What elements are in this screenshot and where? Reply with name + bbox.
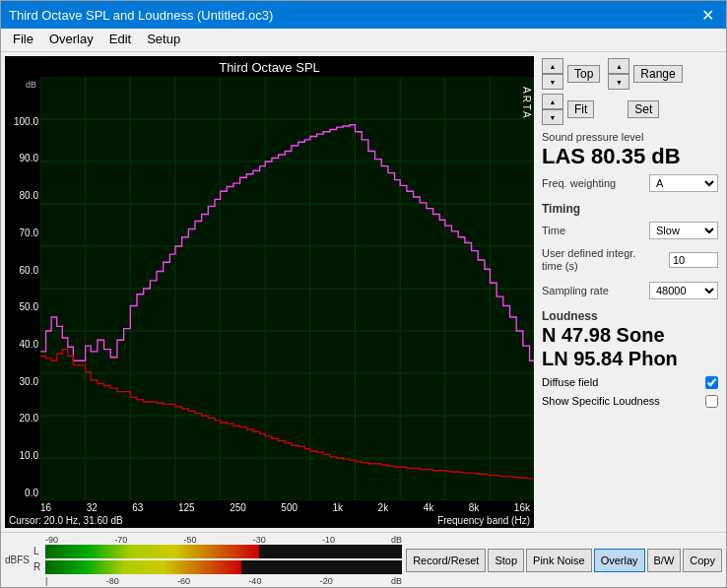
bottom-buttons: Record/Reset Stop Pink Noise Overlay B/W… [406, 549, 722, 572]
sampling-rate-row: Sampling rate 44100 48000 96000 [542, 282, 718, 299]
diffuse-field-checkbox[interactable] [705, 376, 718, 389]
spl-section-label: Sound pressure level [542, 131, 718, 143]
close-button[interactable]: ✕ [697, 6, 718, 25]
x-label-2k: 2k [378, 502, 389, 513]
range-up-button[interactable] [608, 58, 629, 74]
chart-canvas-wrapper: dB 100.0 90.0 80.0 70.0 60.0 50.0 40.0 3… [5, 77, 534, 500]
cursor-text: Cursor: 20.0 Hz, 31.60 dB [9, 515, 123, 526]
chart-title: Third Octave SPL [5, 56, 534, 77]
x-axis-area: 16 32 63 125 250 500 1k 2k 4k 8k 16k Cur… [5, 500, 534, 528]
overlay-button[interactable]: Overlay [594, 549, 645, 572]
meter-section: -90 -70 -50 -30 -10 dB L R | [33, 535, 402, 586]
meter-bar-R [45, 560, 402, 574]
pink-noise-button[interactable]: Pink Noise [526, 549, 592, 572]
arta-label: ARTA [521, 87, 532, 120]
main-window: Third Octave SPL and Loudness (Untitled.… [0, 0, 727, 588]
x-label-32: 32 [87, 502, 98, 513]
fit-button[interactable]: Fit [567, 100, 594, 118]
menu-setup[interactable]: Setup [139, 31, 188, 49]
spl-section: Sound pressure level LAS 80.35 dB [542, 131, 718, 168]
db-label-bottom: dB [391, 576, 402, 586]
meter-tick-labels-top: -90 -70 -50 -30 -10 dB [33, 535, 402, 545]
menu-file[interactable]: File [5, 31, 41, 49]
sampling-rate-select[interactable]: 44100 48000 96000 [649, 282, 718, 299]
diffuse-field-label: Diffuse field [542, 376, 598, 388]
x-axis-label: Frequency band (Hz) [437, 515, 530, 526]
y-label-60: 60.0 [9, 265, 38, 276]
y-label-10: 10.0 [9, 450, 38, 461]
fit-down-button[interactable] [542, 109, 563, 125]
loudness-ln-value: LN 95.84 Phon [542, 347, 718, 370]
top-down-button[interactable] [542, 74, 563, 90]
bottom-bar: dBFS -90 -70 -50 -30 -10 dB L R [1, 532, 726, 587]
right-panel: Top Range Fit [534, 52, 726, 532]
range-down-button[interactable] [608, 74, 629, 90]
time-select[interactable]: Slow Fast Impulse [649, 222, 718, 239]
chart-area: Third Octave SPL dB 100.0 90.0 80.0 70.0… [5, 56, 534, 528]
menu-overlay[interactable]: Overlay [41, 31, 101, 49]
y-label-70: 70.0 [9, 228, 38, 238]
timing-header: Timing [542, 202, 718, 216]
x-label-63: 63 [132, 502, 143, 513]
nav-top-group: Top Range Fit [542, 58, 683, 125]
show-specific-label: Show Specific Loudness [542, 395, 660, 407]
chart-grid: ARTA [40, 77, 534, 500]
time-label: Time [542, 225, 565, 236]
y-axis-labels: dB 100.0 90.0 80.0 70.0 60.0 50.0 40.0 3… [5, 77, 40, 500]
meter-fill-R [45, 560, 241, 574]
meter-tick-labels-bottom: | -80 -60 -40 -20 dB [33, 576, 402, 586]
nav-controls: Top Range Fit [542, 58, 718, 125]
time-row: Time Slow Fast Impulse [542, 222, 718, 239]
freq-weighting-row: Freq. weighting A B C Z [542, 174, 718, 192]
y-label-30: 30.0 [9, 376, 38, 387]
db-label-top: dB [391, 535, 402, 545]
copy-button[interactable]: Copy [683, 549, 722, 572]
dbfs-label: dBFS [5, 555, 30, 565]
top-up-button[interactable] [542, 58, 563, 74]
loudness-header: Loudness [542, 309, 718, 323]
y-label-0: dB [9, 79, 38, 90]
y-label-80: 80.0 [9, 190, 38, 201]
x-label-4k: 4k [424, 502, 434, 513]
bw-button[interactable]: B/W [647, 549, 682, 572]
sampling-rate-label: Sampling rate [542, 285, 609, 296]
x-label-500: 500 [281, 502, 297, 513]
set-button[interactable]: Set [628, 100, 659, 118]
fit-up-button[interactable] [542, 94, 563, 109]
top-arrows [542, 58, 563, 90]
top-button[interactable]: Top [567, 65, 600, 83]
x-label-250: 250 [230, 502, 246, 513]
loudness-section: Loudness N 47.98 Sone LN 95.84 Phon [542, 307, 718, 370]
range-button[interactable]: Range [633, 65, 682, 83]
title-bar: Third Octave SPL and Loudness (Untitled.… [1, 1, 726, 29]
window-title: Third Octave SPL and Loudness (Untitled.… [9, 8, 273, 23]
stop-button[interactable]: Stop [488, 549, 524, 572]
fit-arrows [542, 94, 563, 125]
chart-svg [40, 77, 534, 500]
y-label-90: 90.0 [9, 153, 38, 163]
meter-fill-L [45, 545, 259, 558]
record-reset-button[interactable]: Record/Reset [406, 549, 486, 572]
freq-weighting-select[interactable]: A B C Z [649, 174, 718, 192]
x-axis-labels: 16 32 63 125 250 500 1k 2k 4k 8k 16k [5, 500, 534, 513]
y-label-20: 20.0 [9, 413, 38, 424]
meter-bar-L [45, 545, 402, 558]
show-specific-checkbox[interactable] [705, 395, 718, 408]
meter-row-R: R [33, 560, 402, 574]
menu-bar: File Overlay Edit Setup [1, 29, 726, 52]
x-label-8k: 8k [469, 502, 480, 513]
nav-fit-row: Fit Set [542, 94, 683, 125]
user-integ-input[interactable] [669, 252, 718, 268]
range-arrows [608, 58, 629, 90]
y-label-0val: 0.0 [9, 488, 38, 498]
diffuse-field-row: Diffuse field [542, 376, 718, 389]
menu-edit[interactable]: Edit [101, 31, 139, 49]
x-label-16k: 16k [514, 502, 530, 513]
x-axis-footer: Cursor: 20.0 Hz, 31.60 dB Frequency band… [5, 513, 534, 528]
y-label-50: 50.0 [9, 301, 38, 312]
x-label-1k: 1k [333, 502, 344, 513]
user-integ-label: User defined integr. time (s) [542, 247, 640, 273]
spl-value: LAS 80.35 dB [542, 145, 718, 168]
freq-weighting-label: Freq. weighting [542, 177, 616, 189]
meter-L-label: L [33, 546, 43, 556]
